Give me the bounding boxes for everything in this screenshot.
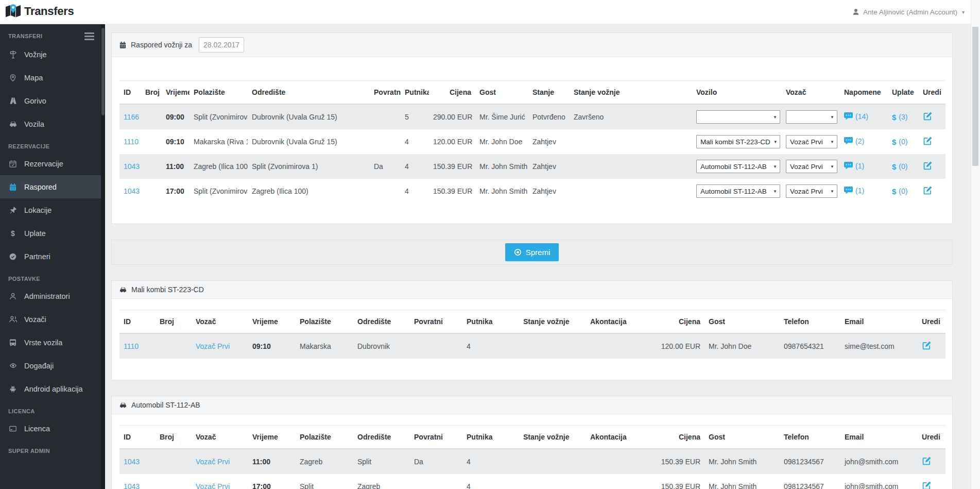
select-caret-icon: ▼ [773,164,777,169]
sidebar-item-uplate[interactable]: $ Uplate [0,222,101,245]
vehicle-select[interactable]: Automobil ST-112-AB▼ [696,160,780,173]
notes-link[interactable]: (2) [844,137,864,145]
vehicle-panel-title: Automobil ST-112-AB [131,401,200,409]
schedule-panel-header: Raspored vožnji za [112,33,952,57]
chevron-down-icon: ▾ [962,9,965,15]
signpost-icon [8,50,18,59]
vehicle-table: ID Broj Vozač Vrijeme Polazište Odredišt… [119,310,945,359]
sidebar-item-rezervacije[interactable]: Rezervacije [0,152,101,175]
vehicle-table-header-row: ID Broj Vozač Vrijeme Polazište Odredišt… [119,426,945,449]
sidebar-scrollbar-thumb[interactable] [101,28,105,115]
driver-select[interactable]: Vozač Prvi▼ [786,184,837,198]
vehicle-select[interactable]: Automobil ST-112-AB▼ [696,184,780,198]
sidebar-item-vrste-vozila[interactable]: Vrste vozila [0,331,101,354]
sidebar-item-vozila[interactable]: Vozila [0,112,101,136]
edit-button[interactable] [922,456,932,466]
notes-link[interactable]: (1) [844,187,864,195]
edit-button[interactable] [923,136,933,146]
notes-link[interactable]: (1) [844,162,864,170]
dollar-icon: $ [892,113,896,122]
sidebar-item-android-aplikacija[interactable]: Android aplikacija [0,377,101,400]
driver-link[interactable]: Vozač Prvi [196,458,230,466]
vehicle-row: 1110 Vozač Prvi 09:10 Makarska Dubrovnik… [119,333,945,359]
car-icon [8,120,18,128]
payments-link[interactable]: $(0) [892,138,907,146]
comment-icon [844,112,853,120]
ride-id-link[interactable]: 1043 [124,458,140,466]
vehicle-panel-header: Automobil ST-112-AB [112,396,952,414]
page-scrollbar[interactable] [971,0,980,489]
app-title: Transfers [24,5,74,18]
sidebar-section-licenca: LICENCA [0,400,101,417]
schedule-row: 1043 11:00 Zagreb (Ilica 100) Split (Zvo… [119,154,945,179]
payments-link[interactable]: $(0) [892,187,907,196]
edit-button[interactable] [922,341,932,350]
select-caret-icon: ▼ [773,115,777,120]
select-caret-icon: ▼ [773,140,778,144]
edit-button[interactable] [922,481,932,489]
driver-select[interactable]: Vozač Prvi▼ [786,160,837,173]
save-button[interactable]: Spremi [505,243,559,261]
ride-id-link[interactable]: 1110 [124,138,139,146]
ride-id-link[interactable]: 1043 [124,187,140,195]
schedule-panel: Raspored vožnji za ID Broj Vrijeme Polaz… [111,32,953,224]
target-icon [514,248,522,256]
sidebar-item-raspored[interactable]: Raspored [0,175,101,198]
sidebar-item-partneri[interactable]: Partneri [0,245,101,268]
ride-id-link[interactable]: 1110 [124,342,139,350]
driver-select[interactable]: Vozač Prvi▼ [786,135,837,148]
globe-check-icon [8,252,18,261]
sidebar-item-lokacije[interactable]: Lokacije [0,198,101,222]
sidebar: TRANSFERI Vožnje Mapa Gorivo [0,24,105,489]
sidebar-item-dogadjaji[interactable]: Događaji [0,354,101,377]
sidebar-item-gorivo[interactable]: Gorivo [0,89,101,112]
date-input[interactable] [199,37,244,53]
sidebar-item-administratori[interactable]: Administratori [0,284,101,308]
sidebar-section-postavke: POSTAVKE [0,268,101,284]
map-pin-logo-icon [5,3,21,19]
ride-id-link[interactable]: 1043 [124,162,140,171]
user-icon [852,8,859,15]
sidebar-item-voznje[interactable]: Vožnje [0,43,101,66]
sidebar-section-super-admin: SUPER ADMIN [0,440,101,457]
vehicle-select[interactable]: ▼ [696,110,780,124]
app-logo: Transfers [5,3,74,19]
schedule-table-header-row: ID Broj Vrijeme Polazište Odredište Povr… [119,81,945,105]
eye-icon [8,361,18,370]
vehicle-select[interactable]: Mali kombi ST-223-CD▼ [696,135,780,148]
select-caret-icon: ▼ [830,164,834,169]
calendar-icon [119,41,127,49]
payments-link[interactable]: $(0) [892,162,907,171]
driver-link[interactable]: Vozač Prvi [196,342,230,350]
topbar: Transfers Ante Aljinović (Admin Account)… [0,0,980,24]
page-scrollbar-thumb[interactable] [972,27,978,166]
save-panel: Spremi [111,240,953,265]
vehicle-panel-automobil: Automobil ST-112-AB ID Broj Vozač Vrijem… [111,396,953,489]
ride-id-link[interactable]: 1166 [124,113,139,121]
edit-button[interactable] [923,186,933,195]
ride-id-link[interactable]: 1043 [124,482,140,489]
schedule-panel-body: ID Broj Vrijeme Polazište Odredište Povr… [112,57,952,224]
sidebar-item-mapa[interactable]: Mapa [0,66,101,89]
notes-link[interactable]: (14) [844,112,868,121]
main-content: Raspored vožnji za ID Broj Vrijeme Polaz… [105,24,971,489]
edit-button[interactable] [923,161,933,171]
schedule-row: 1166 09:00 Split (Zvonimirova 1) Dubrovn… [119,104,945,129]
calendar-icon [8,183,18,191]
sidebar-scrollbar[interactable] [101,24,105,489]
payments-link[interactable]: $(3) [892,113,907,122]
vehicle-table-header-row: ID Broj Vozač Vrijeme Polazište Odredišt… [119,310,945,334]
sidebar-item-licenca[interactable]: Licenca [0,417,101,440]
pushpin-icon [8,206,18,214]
vehicle-panel-header: Mali kombi ST-223-CD [112,281,952,299]
select-caret-icon: ▼ [830,115,834,120]
select-caret-icon: ▼ [773,189,777,194]
sidebar-item-vozaci[interactable]: Vozači [0,308,101,331]
account-menu[interactable]: Ante Aljinović (Admin Account) ▾ [852,0,965,24]
driver-select[interactable]: ▼ [786,110,837,124]
driver-link[interactable]: Vozač Prvi [196,482,230,489]
edit-button[interactable] [923,111,933,121]
menu-toggle-icon[interactable] [84,31,94,40]
schedule-panel-title: Raspored vožnji za [131,41,192,49]
road-icon [8,96,18,105]
